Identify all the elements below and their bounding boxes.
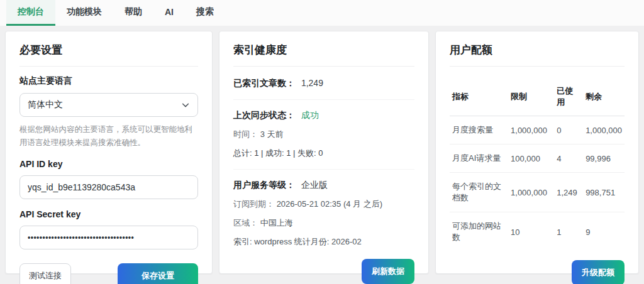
quota-cell: 1	[554, 212, 583, 252]
quota-cell: 9	[583, 212, 625, 252]
region-line: 区域： 中国上海	[233, 217, 414, 229]
quota-header-left: 剩余	[583, 79, 625, 116]
tab-dashboard[interactable]: 控制台	[6, 0, 55, 26]
quota-cell: 100,000	[508, 145, 554, 173]
settings-button-row: 测试连接 保存设置	[19, 263, 198, 284]
health-button-row: 刷新数据	[233, 259, 414, 284]
test-connection-button[interactable]: 测试连接	[19, 263, 71, 284]
indexed-count-label: 已索引文章数：	[233, 78, 295, 88]
index-health-card: 索引健康度 已索引文章数： 1,249 上次同步状态： 成功 时间： 3 天前 …	[219, 31, 429, 274]
divider	[233, 66, 414, 67]
language-select[interactable]: 简体中文	[19, 93, 198, 117]
divider	[19, 66, 198, 67]
quota-table-header-row: 指标 限制 已使用 剩余	[450, 79, 625, 116]
region-value: 中国上海	[260, 218, 293, 227]
card-title-health: 索引健康度	[233, 43, 414, 57]
upgrade-quota-button[interactable]: 升级配额	[572, 260, 625, 284]
indexed-count-line: 已索引文章数： 1,249	[233, 78, 414, 89]
refresh-data-button[interactable]: 刷新数据	[362, 259, 414, 284]
quota-button-row: 升级配额	[450, 260, 625, 284]
required-settings-card: 必要设置 站点主要语言 简体中文 根据您网站内容的主要语言，系统可以更智能地利用…	[5, 31, 213, 274]
subscription-expiry-line: 订阅到期： 2026-05-21 02:35 (4 月 之后)	[233, 199, 414, 210]
quota-cell: 月度搜索量	[450, 116, 508, 145]
quota-cell: 1,000,000	[508, 116, 554, 145]
api-id-input[interactable]	[19, 175, 198, 199]
indexed-count-value: 1,249	[301, 78, 323, 88]
api-secret-label: API Secret key	[19, 209, 198, 219]
quota-cell: 月度AI请求量	[450, 145, 508, 173]
table-row: 月度搜索量 1,000,000 0 1,000,000	[450, 116, 625, 145]
top-tab-bar: 控制台 功能模块 帮助 AI 搜索	[0, 0, 644, 26]
api-secret-input[interactable]	[19, 226, 198, 249]
sync-time-label: 时间：	[233, 129, 258, 139]
cards-container: 必要设置 站点主要语言 简体中文 根据您网站内容的主要语言，系统可以更智能地利用…	[0, 26, 644, 279]
service-tier-value: 企业版	[301, 180, 328, 190]
quota-header-limit: 限制	[508, 79, 554, 116]
region-label: 区域：	[233, 218, 258, 227]
quota-header-metric: 指标	[450, 79, 508, 116]
tab-modules[interactable]: 功能模块	[55, 0, 113, 26]
api-id-label: API ID key	[19, 159, 198, 169]
sync-status-label: 上次同步状态：	[233, 110, 295, 120]
service-tier-label: 用户服务等级：	[233, 180, 295, 190]
table-row: 每个索引的文档数 1,000,000 1,249 998,751	[450, 173, 625, 212]
tab-ai[interactable]: AI	[153, 0, 185, 26]
sync-time-value: 3 天前	[260, 129, 284, 139]
sync-status-value: 成功	[301, 110, 319, 120]
quota-cell: 可添加的网站数	[450, 212, 508, 252]
quota-cell: 4	[554, 145, 583, 173]
index-stats-line: 索引: wordpress 统计月份: 2026-02	[233, 236, 414, 248]
quota-cell: 99,996	[583, 145, 625, 173]
quota-cell: 10	[508, 212, 554, 252]
tab-search[interactable]: 搜索	[185, 0, 225, 26]
service-tier-line: 用户服务等级： 企业版	[233, 180, 414, 191]
sync-totals-line: 总计: 1 | 成功: 1 | 失败: 0	[233, 148, 414, 159]
card-title-settings: 必要设置	[19, 43, 198, 57]
chevron-down-icon	[181, 101, 190, 109]
table-row: 可添加的网站数 10 1 9	[450, 212, 625, 252]
table-row: 月度AI请求量 100,000 4 99,996	[450, 145, 625, 173]
quota-cell: 1,249	[554, 173, 583, 212]
subscription-expiry-value: 2026-05-21 02:35 (4 月 之后)	[277, 199, 382, 209]
save-settings-button[interactable]: 保存设置	[118, 263, 198, 284]
card-title-quota: 用户配额	[450, 43, 625, 57]
divider	[233, 169, 414, 170]
quota-cell: 每个索引的文档数	[450, 173, 508, 212]
sync-time-line: 时间： 3 天前	[233, 129, 414, 140]
language-help-text: 根据您网站内容的主要语言，系统可以更智能地利用语言处理模块来提高搜索准确性。	[19, 123, 198, 149]
quota-cell: 1,000,000	[583, 116, 625, 145]
language-label: 站点主要语言	[19, 75, 198, 87]
quota-cell: 998,751	[583, 173, 625, 212]
language-selected-value: 简体中文	[28, 99, 63, 111]
user-quota-card: 用户配额 指标 限制 已使用 剩余 月度搜索量 1,000,000 0 1,00…	[435, 31, 639, 274]
quota-cell: 0	[554, 116, 583, 145]
divider	[233, 99, 414, 100]
subscription-expiry-label: 订阅到期：	[233, 199, 274, 209]
quota-header-used: 已使用	[554, 79, 583, 116]
quota-cell: 1,000,000	[508, 173, 554, 212]
divider	[450, 66, 625, 67]
quota-table: 指标 限制 已使用 剩余 月度搜索量 1,000,000 0 1,000,000…	[450, 79, 625, 251]
tab-help[interactable]: 帮助	[113, 0, 153, 26]
sync-status-line: 上次同步状态： 成功	[233, 110, 414, 121]
